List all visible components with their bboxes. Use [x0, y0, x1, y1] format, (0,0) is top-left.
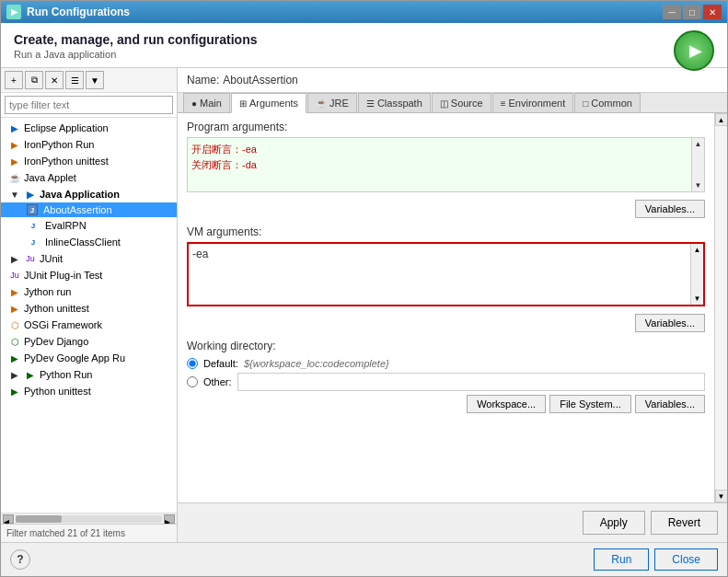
junit-plugin-icon: Ju: [8, 269, 21, 282]
footer-right: Run Close: [594, 548, 718, 571]
source-tab-icon: ◫: [440, 98, 448, 109]
sidebar-label-junit-plugin: JUnit Plug-in Test: [24, 270, 102, 281]
right-scrollbar[interactable]: ▲ ▼: [714, 113, 727, 502]
scroll-thumb: [16, 515, 62, 523]
close-window-button[interactable]: ✕: [703, 5, 722, 19]
dir-buttons: Workspace... File System... Variables...: [187, 395, 705, 413]
prog-arg-line2: 关闭断言：-da: [191, 157, 686, 173]
tab-main[interactable]: ● Main: [183, 93, 230, 112]
vm-args-section: VM arguments: -ea ▲ ▼: [187, 225, 705, 332]
tab-environment[interactable]: ≡ Environment: [492, 93, 574, 112]
help-button[interactable]: ?: [10, 549, 30, 570]
sidebar-item-junit[interactable]: ▶ Ju JUnit: [1, 250, 177, 267]
sidebar-item-jython-unittest[interactable]: ▶ Jython unittest: [1, 300, 177, 317]
right-scroll-down[interactable]: ▼: [715, 490, 728, 502]
sidebar-label-python-unittest: Python unittest: [24, 386, 91, 397]
tab-classpath[interactable]: ☰ Classpath: [358, 93, 431, 112]
tab-source[interactable]: ◫ Source: [432, 93, 491, 112]
duplicate-config-button[interactable]: ⧉: [25, 71, 43, 89]
other-radio[interactable]: [187, 376, 198, 387]
ironpython-run-icon: ▶: [8, 138, 21, 151]
main-content: + ⧉ ✕ ☰ ▼ ▶ Eclipse Application ▶ IronPy…: [1, 68, 727, 542]
other-input[interactable]: [237, 373, 705, 391]
sidebar-item-python-unittest[interactable]: ▶ Python unittest: [1, 383, 177, 399]
sidebar-toolbar: + ⧉ ✕ ☰ ▼: [1, 68, 177, 93]
revert-button[interactable]: Revert: [651, 511, 718, 535]
sidebar-item-java-applet[interactable]: ☕ Java Applet: [1, 169, 177, 186]
close-button[interactable]: Close: [654, 548, 718, 571]
sidebar-item-inlineclassclient[interactable]: J InlineClassClient: [1, 234, 177, 250]
sidebar-label-ironpython-unittest: IronPython unittest: [24, 156, 109, 167]
sidebar: + ⧉ ✕ ☰ ▼ ▶ Eclipse Application ▶ IronPy…: [1, 68, 178, 542]
prog-arg-line1: 开启断言：-ea: [191, 142, 686, 157]
new-config-button[interactable]: +: [5, 71, 23, 89]
vm-args-variables-button[interactable]: Variables...: [635, 314, 705, 332]
window-title: Run Configurations: [27, 6, 130, 18]
tab-jre[interactable]: ☕ JRE: [307, 93, 357, 112]
sidebar-label-osgi: OSGi Framework: [24, 319, 102, 330]
scroll-right-btn[interactable]: ▸: [164, 514, 175, 524]
vm-args-text: -ea: [192, 248, 699, 260]
right-scroll-area: [715, 126, 728, 490]
prog-scroll-up[interactable]: ▲: [695, 140, 702, 148]
tab-arguments[interactable]: ⊞ Arguments: [231, 93, 306, 113]
tab-common-label: Common: [591, 98, 632, 109]
scroll-left-btn[interactable]: ◂: [3, 514, 14, 524]
tab-common[interactable]: □ Common: [574, 93, 641, 112]
sidebar-item-python-run[interactable]: ▶ ▶ Python Run: [1, 366, 177, 383]
vm-args-scrollbar[interactable]: ▲ ▼: [690, 244, 703, 305]
tab-classpath-label: Classpath: [377, 98, 422, 109]
tab-environment-label: Environment: [509, 98, 566, 109]
working-dir-label: Working directory:: [187, 340, 705, 352]
run-icon[interactable]: [674, 30, 714, 71]
filesystem-button[interactable]: File System...: [549, 395, 631, 413]
prog-args-scrollbar[interactable]: ▲ ▼: [691, 138, 704, 191]
dir-variables-button[interactable]: Variables...: [635, 395, 705, 413]
sidebar-label-junit: JUnit: [40, 253, 63, 264]
sidebar-item-ironpython-unittest[interactable]: ▶ IronPython unittest: [1, 153, 177, 169]
maximize-button[interactable]: □: [683, 5, 701, 19]
vm-scroll-down[interactable]: ▼: [694, 294, 701, 303]
sidebar-item-pydev-django[interactable]: ⬡ PyDev Django: [1, 333, 177, 350]
program-args-section: Program arguments: 开启断言：-ea 关闭断言：-da ▲: [187, 121, 705, 218]
sidebar-label-jython-run: Jython run: [24, 286, 71, 297]
sidebar-item-ironpython-run[interactable]: ▶ IronPython Run: [1, 136, 177, 153]
vm-args-box[interactable]: -ea ▲ ▼: [187, 242, 705, 306]
tab-jre-label: JRE: [329, 98, 349, 109]
junit-icon: Ju: [24, 252, 37, 265]
sidebar-label-eclipse-app: Eclipse Application: [24, 122, 109, 133]
junit-arrow-icon: ▶: [8, 252, 21, 265]
program-args-label: Program arguments:: [187, 121, 705, 133]
common-tab-icon: □: [583, 98, 588, 109]
minimize-button[interactable]: ─: [663, 5, 681, 19]
sidebar-item-pydev-google[interactable]: ▶ PyDev Google App Ru: [1, 350, 177, 366]
filter-button1[interactable]: ☰: [65, 71, 84, 89]
run-button[interactable]: Run: [594, 548, 649, 571]
default-radio[interactable]: [187, 358, 198, 369]
sidebar-item-evalrpn[interactable]: J EvalRPN: [1, 217, 177, 234]
vm-scroll-up[interactable]: ▲: [694, 246, 701, 254]
sidebar-item-aboutassertion[interactable]: J AboutAssertion: [1, 202, 177, 217]
apply-button[interactable]: Apply: [583, 511, 645, 535]
sidebar-item-junit-plugin[interactable]: Ju JUnit Plug-in Test: [1, 267, 177, 283]
program-args-box[interactable]: 开启断言：-ea 关闭断言：-da ▲ ▼: [187, 137, 705, 192]
sidebar-scrollbar[interactable]: ◂ ▸: [1, 513, 177, 524]
prog-args-variables-button[interactable]: Variables...: [635, 200, 705, 218]
jython-run-icon: ▶: [8, 285, 21, 298]
filter-button2[interactable]: ▼: [86, 71, 104, 89]
workspace-button[interactable]: Workspace...: [467, 395, 546, 413]
delete-config-button[interactable]: ✕: [45, 71, 64, 89]
sidebar-item-osgi[interactable]: ⬡ OSGi Framework: [1, 317, 177, 333]
python-run-icon: ▶: [24, 368, 37, 381]
sidebar-label-pydev-google: PyDev Google App Ru: [24, 352, 125, 364]
name-bar: Name: AboutAssertion: [178, 68, 727, 93]
inlineclassclient-icon: J: [27, 236, 40, 248]
sidebar-item-jython-run[interactable]: ▶ Jython run: [1, 283, 177, 300]
right-scroll-up[interactable]: ▲: [715, 113, 728, 126]
sidebar-item-eclipse-app[interactable]: ▶ Eclipse Application: [1, 120, 177, 136]
filter-input[interactable]: [5, 96, 173, 114]
sidebar-tree: ▶ Eclipse Application ▶ IronPython Run ▶…: [1, 118, 177, 513]
apply-revert-bar: Apply Revert: [178, 502, 727, 542]
sidebar-item-java-app-group[interactable]: ▼ ▶ Java Application: [1, 186, 177, 202]
prog-scroll-down[interactable]: ▼: [695, 181, 702, 190]
